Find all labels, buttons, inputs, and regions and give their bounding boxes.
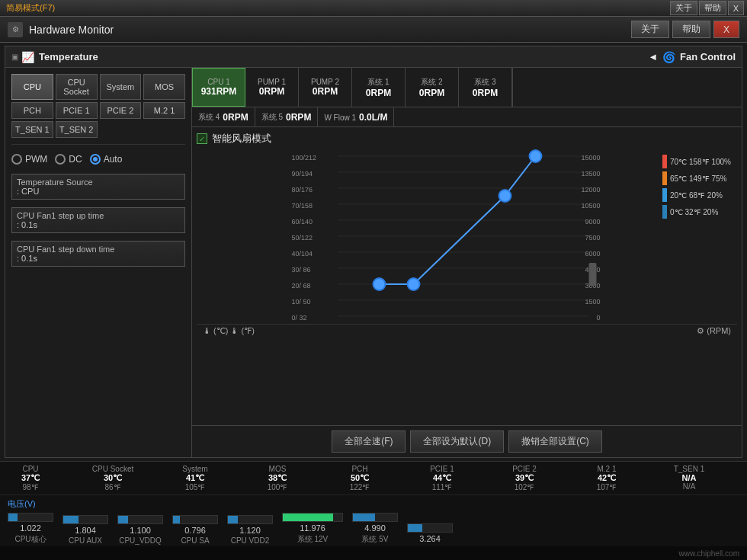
svg-text:10/ 50: 10/ 50: [292, 298, 311, 306]
fan-sys3[interactable]: 系统 3 0RPM: [459, 68, 512, 107]
fan-control-label: Fan Control: [680, 51, 736, 62]
temp-btn-mos[interactable]: MOS: [143, 74, 185, 100]
fan-sys3-name: 系统 3: [474, 77, 495, 88]
radio-auto[interactable]: Auto: [90, 154, 123, 165]
fan-sys5[interactable]: 系统 5 0RPM: [255, 107, 319, 127]
svg-text:7500: 7500: [585, 234, 600, 242]
v-cpu-aux-bar: [63, 516, 79, 523]
fan-pump1-name: PUMP 1: [258, 78, 286, 86]
about-btn-top[interactable]: 关于: [670, 1, 697, 15]
tr-pch: PCH 50℃ 122℉: [337, 465, 383, 491]
close-btn-top[interactable]: X: [728, 1, 744, 15]
tr-m21-f: 107℉: [597, 483, 617, 491]
step-up-value: : 0.1s: [17, 220, 180, 229]
tr-tsen1-name: T_SEN 1: [674, 465, 705, 473]
curve-point-4: [530, 150, 542, 162]
radio-dc[interactable]: DC: [55, 154, 82, 165]
v-misc-value: 3.264: [419, 534, 441, 543]
v-sys12v-bar-container: [282, 513, 343, 522]
svg-text:15000: 15000: [581, 154, 600, 162]
radio-dc-circle: [55, 154, 66, 165]
fan-wflow1[interactable]: W Flow 1 0.0L/M: [318, 107, 394, 127]
tr-pch-f: 122℉: [350, 483, 370, 491]
step-up-box: CPU Fan1 step up time : 0.1s: [11, 207, 185, 233]
radio-pwm[interactable]: PWM: [11, 154, 47, 165]
fan-pump2[interactable]: PUMP 2 0RPM: [299, 68, 352, 107]
temp-scale: 70℃ 158℉ 100% 65℃ 149℉ 75% 20℃ 68℉ 20%: [662, 155, 731, 219]
fan-pump2-name: PUMP 2: [311, 78, 339, 86]
svg-text:100/212: 100/212: [292, 154, 317, 162]
svg-text:13500: 13500: [581, 170, 600, 178]
tr-cpu-socket: CPU Socket 30℃ 86℉: [90, 465, 136, 491]
app-icon: ⚙: [8, 22, 23, 37]
fan-rpm-bar2: 系统 4 0RPM 系统 5 0RPM W Flow 1 0.0L/M: [192, 107, 742, 127]
fan-cpu1[interactable]: CPU 1 931RPM: [192, 68, 245, 107]
v-cpu-sa: 0.796 CPU SA: [172, 515, 218, 545]
arrow-icon: ◄: [648, 51, 658, 62]
v-sys12v: 11.976 系统 12V: [282, 513, 343, 545]
window-title: Hardware Monitor: [29, 24, 631, 36]
curve-point-2: [408, 278, 420, 290]
temp-btn-tsen2[interactable]: T_SEN 2: [56, 121, 98, 138]
fan-sys1-name: 系统 1: [367, 77, 389, 88]
svg-text:10500: 10500: [581, 202, 600, 210]
temp-btn-tsen1[interactable]: T_SEN 1: [11, 121, 53, 138]
v-cpu-aux: 1.804 CPU AUX: [63, 515, 108, 545]
radio-auto-label: Auto: [104, 154, 123, 165]
radio-pwm-circle: [11, 154, 22, 165]
tr-m21-c: 42℃: [598, 473, 616, 483]
tr-socket-c: 30℃: [104, 473, 122, 483]
help-btn-top[interactable]: 帮助: [699, 1, 726, 15]
fan-control-header: ◄ 🌀 Fan Control: [648, 51, 736, 63]
collapse-icon[interactable]: ▣: [11, 53, 18, 61]
temp-btn-cpu-socket[interactable]: CPU Socket: [56, 74, 98, 100]
v-cpu-vddq-bar-container: [117, 515, 163, 524]
tr-cpu: CPU 37℃ 98℉: [8, 465, 53, 491]
v-cpu-vddq-bar: [118, 516, 128, 523]
top-bar: 简易模式(F7) 关于 帮助 X: [0, 0, 747, 17]
fan-sys5-rpm: 0RPM: [286, 112, 311, 123]
tr-socket-f: 86℉: [104, 483, 120, 491]
v-cpu-sa-bar-container: [172, 515, 218, 524]
tr-system-f: 105℉: [185, 483, 206, 491]
help-btn[interactable]: 帮助: [672, 21, 710, 38]
svg-text:0/ 32: 0/ 32: [292, 314, 307, 322]
temp-btn-cpu[interactable]: CPU: [11, 74, 53, 100]
temp-btn-m21[interactable]: M.2 1: [143, 102, 185, 119]
tr-pcie2: PCIE 2 39℃ 102℉: [502, 465, 547, 491]
v-cpu-vddq-name: CPU_VDDQ: [119, 536, 162, 545]
svg-text:90/194: 90/194: [292, 170, 313, 178]
fan-sys4[interactable]: 系统 4 0RPM: [192, 107, 255, 127]
temp-btn-pcie2[interactable]: PCIE 2: [100, 102, 142, 119]
fan-wflow1-name: W Flow 1: [324, 114, 356, 122]
temp-btn-pch[interactable]: PCH: [11, 102, 53, 119]
temp-text-20: 20℃ 68℉ 20%: [670, 191, 723, 200]
fan-cpu1-rpm: 931RPM: [201, 86, 237, 97]
fan-pump1[interactable]: PUMP 1 0RPM: [245, 68, 299, 107]
close-btn[interactable]: X: [713, 21, 739, 38]
tr-tsen1: T_SEN 1 N/A N/A: [666, 465, 712, 491]
full-speed-btn[interactable]: 全部全速(F): [332, 430, 406, 453]
temp-bar-0: [662, 205, 667, 219]
v-cpu-core-bar-container: [8, 513, 53, 522]
step-down-value: : 0.1s: [17, 254, 180, 263]
title-bar: ⚙ Hardware Monitor 关于 帮助 X: [0, 17, 747, 43]
temp-btn-pcie1[interactable]: PCIE 1: [56, 102, 98, 119]
set-default-btn[interactable]: 全部设为默认(D): [410, 430, 504, 453]
tr-m21: M.2 1 42℃ 107℉: [584, 465, 630, 491]
temp-readings-bar: CPU 37℃ 98℉ CPU Socket 30℃ 86℉ System 41…: [0, 461, 747, 494]
smart-fan-checkbox[interactable]: ✓: [197, 133, 207, 144]
smart-fan-title: ✓ 智能风扇模式: [197, 132, 737, 146]
fan-sys1[interactable]: 系统 1 0RPM: [352, 68, 406, 107]
v-sys5v-bar: [353, 514, 375, 521]
fan-sys3-rpm: 0RPM: [473, 88, 498, 98]
fan-curve-chart[interactable]: 100/212 90/194 80/176 70/158 60/140 50/1…: [197, 149, 737, 324]
temp-btn-system[interactable]: System: [100, 74, 142, 100]
svg-text:1500: 1500: [585, 298, 600, 306]
fan-sys5-name: 系统 5: [261, 112, 283, 123]
fan-sys2[interactable]: 系统 2 0RPM: [406, 68, 459, 107]
about-btn[interactable]: 关于: [631, 21, 669, 38]
temp-icon: 📈: [21, 51, 34, 63]
cancel-all-btn[interactable]: 撤销全部设置(C): [508, 430, 602, 453]
tr-mos-f: 100℉: [268, 483, 288, 491]
